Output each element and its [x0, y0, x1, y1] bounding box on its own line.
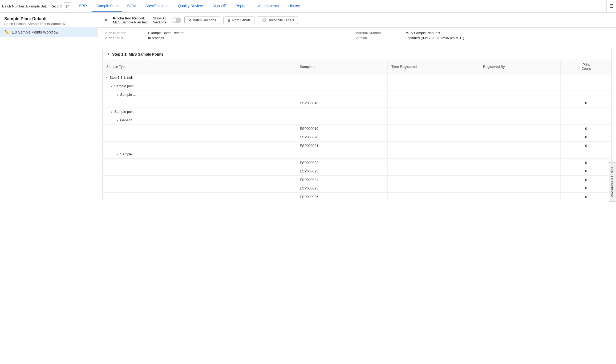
cell-registered-by	[479, 150, 561, 159]
chevron-icon[interactable]: ∨	[111, 110, 113, 113]
chevron-icon[interactable]: ∨	[116, 118, 119, 122]
cell-sample-type	[103, 99, 296, 107]
sidebar-subtitle: Batch Section: Sample Points Workflow	[4, 22, 94, 26]
reconcile-labels-button[interactable]: ⬜ Reconcile Labels	[258, 16, 298, 24]
sample-table: Sample Type Sample Id Time Registered Re…	[103, 60, 611, 201]
cell-print-count: 0	[561, 159, 611, 167]
cell-sample-type: ∨Step 1.1.1: null	[103, 73, 296, 82]
chevron-icon[interactable]: ∨	[106, 76, 108, 79]
cell-time-registered	[388, 73, 479, 82]
cell-print-count	[561, 73, 611, 82]
show-all-toggle[interactable]	[172, 18, 181, 23]
pencil-icon: ✏️	[4, 30, 10, 35]
cell-time-registered	[388, 82, 479, 90]
cell-sample-id	[296, 116, 388, 125]
step-header: ▼ Step 1.1: MES Sample Points	[103, 49, 611, 60]
sidebar-item-workflow[interactable]: ✏️ 1.0 Sample Points Workflow	[0, 27, 98, 37]
cell-print-count: 0	[561, 184, 611, 193]
cell-print-count	[561, 82, 611, 90]
sidebar: Sample Plan: Default Batch Section: Samp…	[0, 13, 98, 364]
info-row: Batch Number Example Batch Record Materi…	[98, 28, 616, 43]
cell-time-registered	[388, 142, 479, 150]
cell-sample-type: ∨Sample poin...	[103, 107, 296, 116]
tab-reports[interactable]: Reports	[230, 0, 253, 12]
toolbar-expand-button[interactable]: ▼	[102, 16, 110, 24]
cell-time-registered	[388, 150, 479, 159]
collapse-button[interactable]: |<	[64, 2, 71, 10]
table-row: ∨Sample ...	[103, 90, 611, 99]
cell-sample-type: ∨Sample poin...	[103, 82, 296, 90]
content-area: ▼ Production Record: MES Sample Plan tes…	[98, 13, 616, 364]
batch-status-label: Batch Status	[103, 36, 146, 40]
col-print-count: PrintCount	[561, 60, 611, 73]
step-section: ▼ Step 1.1: MES Sample Points Sample Typ…	[102, 49, 612, 201]
table-row: ∨Sample poin...	[103, 82, 611, 90]
tab-history[interactable]: History	[283, 0, 305, 12]
cell-sample-id	[296, 82, 388, 90]
sidebar-item-label: 1.0 Sample Points Workflow	[12, 30, 58, 34]
row-label: ∨Sample ...	[116, 152, 292, 156]
material-number-value: MES Sample Plan test	[406, 31, 611, 35]
share-icon: ⊲	[188, 18, 191, 22]
batch-sections-button[interactable]: ⊲ Batch Sections	[184, 16, 220, 24]
cell-sample-id: ESP000020	[296, 133, 388, 142]
cell-time-registered	[388, 184, 479, 193]
cell-registered-by	[479, 193, 561, 201]
cell-time-registered	[388, 159, 479, 167]
tab-sign-off[interactable]: Sign Off	[208, 0, 230, 12]
cell-sample-id	[296, 150, 388, 159]
step-chevron-icon[interactable]: ▼	[107, 52, 110, 56]
tab-attachments[interactable]: Attachments	[253, 0, 283, 12]
cell-sample-id	[296, 73, 388, 82]
row-label: ∨Sample ...	[116, 93, 292, 97]
batch-status-value: in process	[148, 36, 353, 40]
cell-print-count: 0	[561, 167, 611, 176]
cell-print-count	[561, 116, 611, 125]
tab-specifications[interactable]: Specifications	[140, 0, 173, 12]
hamburger-button[interactable]: ☰	[606, 0, 616, 13]
row-label-text: Sample ...	[120, 152, 136, 156]
chevron-icon[interactable]: ∨	[116, 152, 119, 156]
row-label-text: Step 1.1.1: null	[110, 76, 133, 80]
cell-sample-id: ESP000022	[296, 159, 388, 167]
toolbar-row: ▼ Production Record: MES Sample Plan tes…	[98, 13, 616, 28]
cell-sample-type	[103, 142, 296, 150]
show-all-sections-button[interactable]: Show All Sections	[151, 16, 168, 24]
cell-time-registered	[388, 193, 479, 201]
table-row: ESP0000220	[103, 159, 611, 167]
production-record-group: Production Record: MES Sample Plan test	[113, 16, 148, 24]
cell-sample-id: ESP000026	[296, 193, 388, 201]
procedures-outline-tab[interactable]: Procedures & Outline	[609, 162, 616, 202]
cell-time-registered	[388, 176, 479, 184]
cell-registered-by	[479, 133, 561, 142]
table-row: ESP0000180	[103, 99, 611, 107]
cell-registered-by	[479, 99, 561, 107]
cell-sample-type: ∨Sample ...	[103, 90, 296, 99]
batch-number-label: Batch Number: Example Batch Record	[2, 4, 64, 8]
batch-number-info-label: Batch Number	[103, 31, 146, 35]
table-row: ESP0000200	[103, 133, 611, 142]
step-label: Step 1.1: MES Sample Points	[112, 52, 164, 56]
chevron-icon[interactable]: ∨	[116, 93, 119, 96]
row-label: ∨Sample poin...	[111, 84, 292, 88]
cell-sample-type	[103, 159, 296, 167]
cell-registered-by	[479, 73, 561, 82]
cell-time-registered	[388, 133, 479, 142]
tab-quality-review[interactable]: Quality Review	[173, 0, 208, 12]
row-label-text: Sample ...	[120, 93, 136, 97]
print-labels-button[interactable]: 🖨 Print Labels	[223, 16, 255, 24]
tab-ebr[interactable]: EBR	[74, 0, 92, 12]
row-label: ∨Generic ...	[116, 118, 292, 122]
chevron-icon[interactable]: ∨	[111, 84, 113, 88]
label-icon: ⬜	[262, 18, 266, 22]
row-label-text: Sample poin...	[114, 84, 136, 88]
row-label: ∨Step 1.1.1: null	[106, 76, 292, 80]
cell-print-count: 0	[561, 176, 611, 184]
version-label: Version	[355, 36, 403, 40]
tab-sample-plan[interactable]: Sample Plan	[92, 0, 122, 12]
cell-registered-by	[479, 125, 561, 133]
show-all-label: Show All	[153, 16, 166, 20]
table-row: ESP0000190	[103, 125, 611, 133]
tab-bom[interactable]: BOM	[122, 0, 140, 12]
sidebar-title: Sample Plan: Default	[4, 16, 94, 21]
